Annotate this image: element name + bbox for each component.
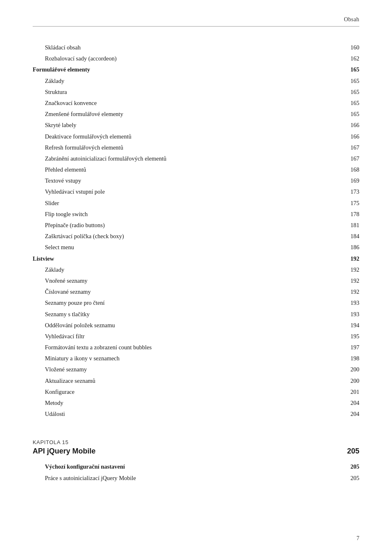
toc-label: Select menu [45,243,343,252]
toc-label: Základy [45,76,343,86]
toc-entry: Zaškrtávací políčka (check boxy)184 [33,232,359,241]
toc-page: 186 [343,243,359,252]
toc-entry: Aktualizace seznamů200 [33,376,359,386]
toc-entry: Textové vstupy169 [33,176,359,185]
toc-entry: Miniatury a ikony v seznamech198 [33,354,359,363]
toc-entry: Výchozí konfigurační nastavení205 [33,462,359,471]
toc-page: 200 [343,365,359,374]
toc-entry: Struktura165 [33,87,359,97]
toc-label: Miniatury a ikony v seznamech [45,354,343,363]
toc-entry: Skryté labely166 [33,121,359,130]
toc-page: 165 [343,98,359,108]
toc-entry: Události204 [33,409,359,419]
toc-label: Metody [45,398,343,408]
toc-label: Flip toogle switch [45,210,343,219]
toc-label: Aktualizace seznamů [45,376,343,386]
chapter-title: API jQuery Mobile [33,447,96,456]
toc-label: Formulářové elementy [33,65,343,74]
toc-page: 167 [343,154,359,163]
toc-label: Číslované seznamy [45,287,343,297]
toc-page: 195 [343,332,359,341]
toc-entry: Základy192 [33,265,359,275]
toc-page: 194 [343,321,359,330]
toc-page: 173 [343,187,359,197]
toc-page: 193 [343,310,359,319]
toc-page: 193 [343,298,359,308]
toc-list: Skládací obsah160Rozbalovací sady (accor… [33,43,359,419]
toc-label: Listview [33,254,343,264]
toc-entry: Přehled elementů168 [33,165,359,174]
toc-page: 168 [343,165,359,174]
page-number: 7 [356,535,359,541]
toc-entry: Zmenšené formulářové elementy165 [33,109,359,119]
toc-label: Výchozí konfigurační nastavení [45,462,343,471]
chapter-section: KAPITOLA 15API jQuery Mobile205Výchozí k… [33,435,359,483]
toc-entry: Flip toogle switch178 [33,210,359,219]
toc-page: 166 [343,121,359,130]
toc-entry: Vložené seznamy200 [33,365,359,374]
toc-entry: Vnořené seznamy192 [33,276,359,286]
toc-label: Značkovací konvence [45,98,343,108]
toc-page: 165 [343,109,359,119]
toc-label: Zmenšené formulářové elementy [45,109,343,119]
toc-entry: Vyhledávací filtr195 [33,332,359,341]
toc-entry: Značkovací konvence165 [33,98,359,108]
toc-label: Skryté labely [45,121,343,130]
toc-page: 201 [343,387,359,397]
toc-page: 178 [343,210,359,219]
toc-page: 197 [343,343,359,352]
chapter-title-page: 205 [343,447,359,456]
toc-label: Oddělování položek seznamu [45,321,343,330]
toc-entry: Metody204 [33,398,359,408]
toc-label: Deaktivace formulářových elementů [45,132,343,141]
toc-page: 175 [343,199,359,208]
toc-page: 204 [343,398,359,408]
toc-entry: Select menu186 [33,243,359,252]
toc-label: Přehled elementů [45,165,343,174]
toc-entry: Listview192 [33,254,359,264]
toc-label: Vložené seznamy [45,365,343,374]
toc-page: 198 [343,354,359,363]
toc-label: Vnořené seznamy [45,276,343,286]
toc-entry: Základy165 [33,76,359,86]
toc-label: Zabránění autoinicializaci formulářových… [45,154,343,163]
toc-page: 192 [343,265,359,275]
toc-label: Události [45,409,343,419]
toc-label: Seznamy s tlačítky [45,310,343,319]
toc-page: 165 [343,87,359,97]
toc-label: Rozbalovací sady (accordeon) [45,54,343,63]
toc-page: 160 [343,43,359,52]
toc-entry: Práce s autoinicializací jQuery Mobile20… [33,474,359,483]
toc-page: 192 [343,287,359,297]
toc-entry: Vyhledávací vstupní pole173 [33,187,359,197]
toc-page: 184 [343,232,359,241]
toc-page: 192 [343,276,359,286]
toc-entry: Zabránění autoinicializaci formulářových… [33,154,359,163]
toc-label: Textové vstupy [45,176,343,185]
toc-page: 181 [343,221,359,230]
toc-page: 200 [343,376,359,386]
toc-label: Zaškrtávací políčka (check boxy) [45,232,343,241]
toc-label: Skládací obsah [45,43,343,52]
toc-entry: Formulářové elementy165 [33,65,359,74]
toc-entry: Číslované seznamy192 [33,287,359,297]
toc-label: Refresh formulářových elementů [45,143,343,152]
toc-label: Seznamy pouze pro čtení [45,298,343,308]
page-container: Obsah Skládací obsah160Rozbalovací sady … [0,0,392,554]
toc-page: 205 [343,462,359,471]
toc-entry: Konfigurace201 [33,387,359,397]
toc-page: 169 [343,176,359,185]
toc-entry: Oddělování položek seznamu194 [33,321,359,330]
toc-entry: Refresh formulářových elementů167 [33,143,359,152]
toc-label: Vyhledávací vstupní pole [45,187,343,197]
chapter-title-entry: API jQuery Mobile205 [33,447,359,460]
toc-page: 204 [343,409,359,419]
toc-entry: Formátování textu a zobrazení count bubb… [33,343,359,352]
page-footer: 7 [356,535,359,542]
toc-page: 162 [343,54,359,63]
toc-label: Struktura [45,87,343,97]
toc-label: Základy [45,265,343,275]
toc-page: 165 [343,76,359,86]
toc-label: Vyhledávací filtr [45,332,343,341]
toc-page: 166 [343,132,359,141]
